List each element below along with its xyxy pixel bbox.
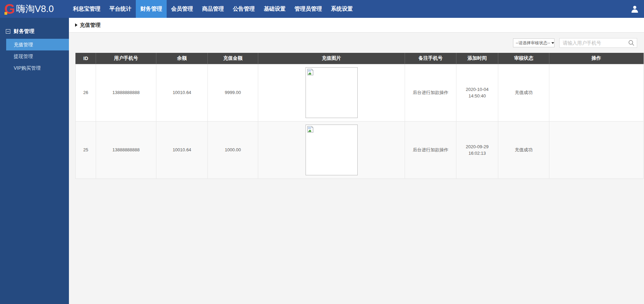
col-header-audit-status: 审核状态 bbox=[498, 53, 549, 64]
sidebar: 财务管理 充值管理 提现管理 VIP购买管理 bbox=[0, 18, 69, 304]
col-header-balance: 余额 bbox=[156, 53, 208, 64]
cell-time: 14:50:40 bbox=[456, 93, 498, 99]
filter-bar: --请选择审核状态-- bbox=[69, 33, 644, 53]
broken-image-icon bbox=[307, 69, 314, 75]
cell-balance: 10010.64 bbox=[156, 121, 208, 178]
recharge-table: ID 用户手机号 余额 充值金额 充值图片 备注手机号 添加时间 审核状态 操作… bbox=[75, 53, 644, 179]
cell-id: 26 bbox=[76, 64, 96, 121]
cell-note-phone: 后台进行加款操作 bbox=[405, 121, 456, 178]
sidebar-section-finance[interactable]: 财务管理 bbox=[0, 18, 69, 35]
cell-actions bbox=[549, 121, 644, 178]
col-header-phone: 用户手机号 bbox=[96, 53, 156, 64]
nav-item-basic-settings[interactable]: 基础设置 bbox=[259, 0, 290, 18]
recharge-image-placeholder[interactable] bbox=[306, 67, 358, 118]
col-header-amount: 充值金额 bbox=[208, 53, 258, 64]
cell-image bbox=[258, 64, 405, 121]
nav-item-platform-stats[interactable]: 平台统计 bbox=[105, 0, 136, 18]
status-filter-select[interactable]: --请选择审核状态-- bbox=[513, 38, 554, 47]
cell-date: 2020-10-04 bbox=[456, 86, 498, 93]
logo-g-icon: G bbox=[4, 2, 14, 16]
cell-id: 25 bbox=[76, 121, 96, 178]
search-box bbox=[559, 38, 637, 48]
table-row: 26 13888888888 10010.64 9999.00 bbox=[76, 64, 644, 121]
cell-phone: 13888888888 bbox=[96, 121, 156, 178]
col-header-actions: 操作 bbox=[549, 53, 644, 64]
nav-item-members[interactable]: 会员管理 bbox=[167, 0, 198, 18]
app-logo: G 嗨淘V8.0 bbox=[0, 0, 65, 18]
broken-image-icon bbox=[307, 126, 314, 133]
nav-item-system-settings[interactable]: 系统设置 bbox=[326, 0, 357, 18]
cell-actions bbox=[549, 64, 644, 121]
recharge-image-placeholder[interactable] bbox=[306, 125, 358, 175]
minus-square-icon[interactable] bbox=[6, 29, 10, 34]
user-icon bbox=[630, 4, 639, 13]
nav-item-admins[interactable]: 管理员管理 bbox=[290, 0, 326, 18]
nav-item-lixibao[interactable]: 利息宝管理 bbox=[69, 0, 105, 18]
nav-item-announcements[interactable]: 公告管理 bbox=[228, 0, 259, 18]
top-nav-menu: 利息宝管理 平台统计 财务管理 会员管理 商品管理 公告管理 基础设置 管理员管… bbox=[69, 0, 630, 18]
col-header-note-phone: 备注手机号 bbox=[405, 53, 456, 64]
cell-balance: 10010.64 bbox=[156, 64, 208, 121]
breadcrumb: 充值管理 bbox=[69, 18, 644, 33]
cell-note-phone: 后台进行加款操作 bbox=[405, 64, 456, 121]
dropdown-caret-icon bbox=[551, 42, 554, 44]
main-area: 充值管理 --请选择审核状态-- bbox=[69, 18, 644, 304]
cell-time: 16:02:13 bbox=[456, 150, 498, 156]
cell-add-time: 2020-10-04 14:50:40 bbox=[456, 64, 498, 121]
triangle-right-icon bbox=[75, 23, 77, 27]
search-icon[interactable] bbox=[628, 40, 634, 46]
cell-add-time: 2020-09-29 16:02:13 bbox=[456, 121, 498, 178]
table-header-row: ID 用户手机号 余额 充值金额 充值图片 备注手机号 添加时间 审核状态 操作 bbox=[76, 53, 644, 64]
cell-audit-status: 充值成功 bbox=[498, 64, 549, 121]
cell-phone: 13888888888 bbox=[96, 64, 156, 121]
table-row: 25 13888888888 10010.64 1000.00 bbox=[76, 121, 644, 178]
cell-amount: 1000.00 bbox=[208, 121, 258, 178]
cell-date: 2020-09-29 bbox=[456, 143, 498, 150]
col-header-id: ID bbox=[76, 53, 96, 64]
status-filter-value: --请选择审核状态-- bbox=[516, 40, 550, 46]
nav-item-products[interactable]: 商品管理 bbox=[198, 0, 228, 18]
cell-amount: 9999.00 bbox=[208, 64, 258, 121]
user-menu[interactable] bbox=[630, 0, 644, 18]
top-navbar: G 嗨淘V8.0 利息宝管理 平台统计 财务管理 会员管理 商品管理 公告管理 … bbox=[0, 0, 644, 18]
cell-image bbox=[258, 121, 405, 178]
app-title: 嗨淘V8.0 bbox=[16, 3, 54, 15]
page-title: 充值管理 bbox=[80, 22, 100, 28]
search-input[interactable] bbox=[559, 38, 637, 48]
col-header-image: 充值图片 bbox=[258, 53, 405, 64]
col-header-add-time: 添加时间 bbox=[456, 53, 498, 64]
content-panel: --请选择审核状态-- ID 用户手机号 余额 bbox=[69, 33, 644, 304]
sidebar-section-label: 财务管理 bbox=[14, 28, 34, 35]
sidebar-item-recharge[interactable]: 充值管理 bbox=[6, 39, 69, 50]
logo-accent-dot bbox=[4, 12, 7, 15]
cell-audit-status: 充值成功 bbox=[498, 121, 549, 178]
sidebar-item-withdraw[interactable]: 提现管理 bbox=[0, 50, 69, 62]
sidebar-item-vip-purchase[interactable]: VIP购买管理 bbox=[0, 62, 69, 74]
nav-item-finance[interactable]: 财务管理 bbox=[136, 0, 167, 18]
